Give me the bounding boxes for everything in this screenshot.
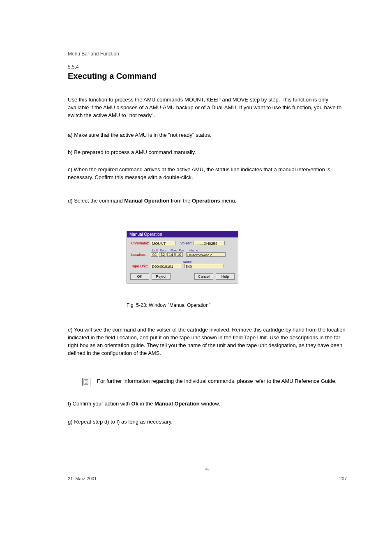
step-c: c) When the required command arrives at … [68,166,347,182]
tape-unit-field[interactable]: D904010101 [151,264,181,268]
step-d-mid: from the [169,198,192,204]
loc-row-field[interactable]: 14 [167,252,175,257]
step-f: f) Confirm your action with Ok in the Ma… [68,400,347,408]
tape-unit-label: Tape Unit: [131,264,151,268]
step-f-mo: Manual Operation [154,401,201,407]
location-name-field[interactable]: Quadrotower 2 [186,252,226,257]
loc-pos-field[interactable]: 10 [175,252,183,257]
loc-segm-field[interactable]: 32 [159,252,166,257]
footer-page-number: 207 [339,476,347,481]
tape-name-field[interactable]: 540 [184,264,224,268]
volser-label: Volser: [180,241,192,245]
step-f-post1: window [201,401,219,407]
step-f-post2: . [219,401,221,407]
command-field[interactable]: MOUNT [151,241,175,245]
header-rule [68,42,347,43]
step-f-pre: f) Confirm your action with [68,401,131,407]
step-d-bold2: Operations [192,198,220,204]
dialog-titlebar: Manual Operation [127,231,238,237]
manual-operation-dialog: Manual Operation Command: MOUNT Volser: … [127,231,238,283]
cancel-button[interactable]: Cancel [194,273,213,280]
step-g: g) Repeat step d) to f) as long as neces… [68,418,347,426]
col-pos: Pos. [178,249,186,252]
step-d-bold1: Manual Operation [124,198,169,204]
col-unit: Unit [151,249,159,252]
reference-text: For further information regarding the in… [97,378,347,384]
location-label: Location: [131,253,151,257]
step-b: b) Be prepared to process a AMU command … [68,149,347,157]
loc-unit-field[interactable]: 02 [151,252,158,257]
step-f-mid: in the [138,401,154,407]
ok-button[interactable]: OK [130,273,149,280]
footer-rule [68,468,347,470]
volser-field[interactable]: .........XH0254 [194,241,225,245]
step-a: a) Make sure that the active AMU is in t… [68,131,347,139]
reference-icon [82,378,90,386]
paragraph-intro: Use this function to process the AMU com… [68,96,347,120]
step-e: e) You will see the command and the vols… [68,326,347,357]
help-button[interactable]: Help [216,273,235,280]
section-number: 5.5.4 [68,64,79,70]
step-d: d) Select the command Manual Operation f… [68,197,347,205]
section-title: Executing a Command [68,71,157,81]
step-f-ok: Ok [131,401,138,407]
col-row: Row [170,249,178,252]
loc-name-label: Name [189,249,198,252]
col-segm: Segm. [159,249,170,252]
command-label: Command: [131,241,151,245]
footer-date: 21. März 2001 [68,476,97,481]
step-d-pre: d) Select the command [68,198,124,204]
figure-caption: Fig. 5-23: Window "Manual Operation" [127,302,210,308]
step-d-post: menu. [220,198,237,204]
tape-name-label: Name [183,260,191,264]
reject-button[interactable]: Reject [152,273,171,280]
header-left-text: Menu Bar and Function [68,51,119,57]
